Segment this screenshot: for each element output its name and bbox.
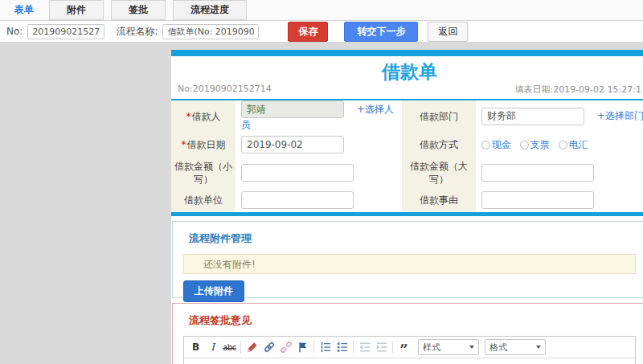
italic-button[interactable]: I — [204, 339, 221, 356]
unlink-button[interactable] — [277, 339, 294, 356]
strikethrough-button[interactable]: abc — [221, 339, 238, 356]
borrower-input — [241, 100, 344, 118]
pencil-icon — [247, 342, 258, 353]
rich-text-editor: B I abc — [183, 336, 636, 364]
next-step-button[interactable]: 转交下一步 — [344, 22, 418, 42]
radio-cheque-label: 支票 — [530, 138, 550, 152]
top-tab-bar: 表单 附件 签批 流程进度 — [0, 0, 643, 21]
format-dropdown-label: 格式 — [489, 342, 507, 354]
toolbar-separator — [313, 341, 314, 354]
required-mark: * — [182, 139, 186, 150]
ordered-list-icon — [320, 342, 331, 353]
indent-button[interactable] — [373, 339, 390, 356]
no-label: No: — [6, 26, 23, 37]
table-row: *借款日期 借款方式 现金 支票 电汇 — [171, 132, 643, 157]
radio-circle-icon — [559, 141, 567, 149]
amount-big-label: 借款金额（大写） — [402, 157, 476, 188]
table-row: 借款单位 借款事由 — [171, 188, 643, 212]
form-date-text: 填表日期:2019-09-02 15:27:1 — [514, 84, 641, 96]
attachments-section: 流程附件管理 还没有附件! 上传附件 — [172, 221, 643, 298]
tab-attachments[interactable]: 附件 — [49, 0, 104, 20]
radio-cash-label: 现金 — [492, 138, 511, 152]
loan-method-label: 借款方式 — [402, 132, 476, 157]
loan-reason-label: 借款事由 — [402, 188, 476, 212]
no-input[interactable] — [27, 24, 104, 39]
ordered-list-button[interactable] — [317, 339, 334, 356]
amount-big-input[interactable] — [481, 164, 594, 182]
styles-dropdown[interactable]: 样式 — [418, 339, 479, 355]
attachments-title: 流程附件管理 — [189, 231, 643, 246]
loan-unit-input[interactable] — [241, 191, 354, 209]
radio-cash[interactable]: 现金 — [481, 138, 511, 152]
table-row: 借款金额（小写） 借款金额（大写） — [171, 157, 643, 188]
toolbar-separator — [240, 341, 241, 354]
back-button[interactable]: 返回 — [428, 22, 468, 42]
panel-top-accent-bar — [171, 50, 643, 56]
chevron-down-icon — [536, 346, 541, 349]
bullet-list-icon — [337, 342, 348, 353]
remove-format-button[interactable] — [244, 339, 260, 356]
save-button[interactable]: 保存 — [288, 22, 328, 42]
required-mark: * — [186, 111, 191, 122]
department-label: 借款部门 — [402, 100, 476, 132]
indent-icon — [376, 342, 387, 353]
link-icon — [264, 342, 275, 353]
form-no-text: No:20190902152714 — [178, 84, 272, 96]
table-row: *借款人 +选择人员 借款部门 +选择部门 — [171, 100, 643, 132]
anchor-button[interactable] — [294, 339, 311, 356]
chevron-down-icon — [469, 346, 474, 349]
form-meta-row: No:20190902152714 填表日期:2019-09-02 15:27:… — [171, 84, 643, 99]
loan-date-input[interactable] — [241, 136, 344, 153]
outdent-icon — [359, 342, 371, 353]
select-department-link[interactable]: +选择部门 — [597, 110, 643, 121]
radio-wire[interactable]: 电汇 — [559, 138, 588, 152]
approval-title: 流程签批意见 — [189, 313, 643, 328]
no-attachments-message: 还没有附件! — [183, 254, 636, 274]
approval-section: 流程签批意见 B I abc — [172, 303, 643, 364]
flow-name-input[interactable] — [162, 24, 259, 39]
tab-progress[interactable]: 流程进度 — [173, 0, 247, 20]
department-input[interactable] — [481, 108, 584, 125]
borrower-label: *借款人 — [171, 100, 235, 132]
loan-unit-label: 借款单位 — [171, 188, 235, 212]
form-panel: 借款单 No:20190902152714 填表日期:2019-09-02 15… — [171, 50, 643, 364]
amount-small-input[interactable] — [241, 164, 354, 182]
radio-circle-icon — [481, 141, 490, 149]
amount-small-label: 借款金额（小写） — [171, 157, 235, 188]
styles-dropdown-label: 样式 — [423, 342, 440, 354]
form-bottom-accent-bar — [171, 212, 643, 216]
upload-attachment-button[interactable]: 上传附件 — [183, 280, 244, 302]
blockquote-button[interactable]: ” — [395, 339, 412, 356]
page-title: 借款单 — [171, 61, 643, 82]
radio-circle-icon — [520, 141, 529, 149]
radio-wire-label: 电汇 — [569, 138, 588, 152]
tab-form[interactable]: 表单 — [6, 0, 42, 20]
unlink-icon — [281, 342, 292, 353]
bullet-list-button[interactable] — [334, 339, 350, 356]
action-toolbar: No: 流程名称: 保存 转交下一步 返回 — [0, 21, 643, 43]
tab-approval[interactable]: 签批 — [111, 0, 166, 20]
radio-cheque[interactable]: 支票 — [520, 138, 550, 152]
outdent-button[interactable] — [356, 339, 373, 356]
bold-button[interactable]: B — [187, 339, 204, 356]
link-button[interactable] — [260, 339, 277, 356]
format-dropdown[interactable]: 格式 — [485, 339, 546, 355]
loan-reason-input[interactable] — [481, 191, 594, 209]
editor-toolbar: B I abc — [184, 337, 635, 358]
editor-content[interactable] — [184, 358, 635, 364]
toolbar-separator — [353, 341, 354, 354]
loan-form-table: *借款人 +选择人员 借款部门 +选择部门 *借款日期 借款方式 — [171, 100, 643, 212]
flow-name-label: 流程名称: — [116, 25, 158, 39]
toolbar-separator — [392, 341, 393, 354]
loan-date-label: *借款日期 — [171, 132, 235, 157]
flag-icon — [297, 342, 309, 353]
